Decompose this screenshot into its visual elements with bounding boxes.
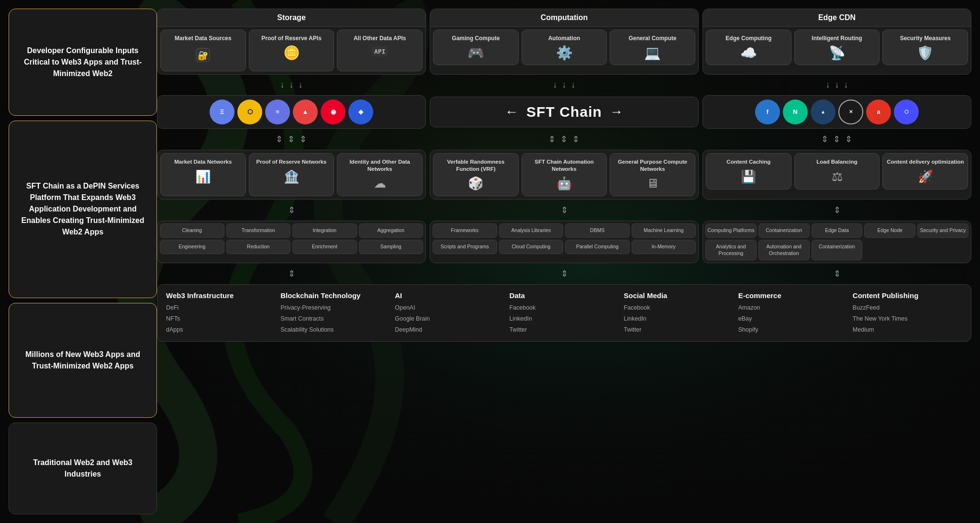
- tool-computing-platforms: Computing Platforms: [705, 223, 757, 238]
- millions-apps-text: Millions of New Web3 Apps and Trust-Mini…: [19, 349, 147, 372]
- automation-card: Automation ⚙️: [522, 30, 607, 65]
- data-item-twitter: Twitter: [509, 325, 619, 334]
- left-card-dev-inputs: Developer Configurable Inputs Critical t…: [9, 9, 157, 116]
- automation-icon: ⚙️: [556, 46, 573, 60]
- edge-cdn-title: Edge CDN: [818, 13, 856, 22]
- data-title: Data: [509, 291, 619, 300]
- storage-tools: Cleaning Transformation Integration Aggr…: [157, 221, 426, 263]
- tool-scripts: Scripts and Programs: [433, 240, 497, 254]
- general-purpose-compute-card: General Purpose Compute Networks 🖥: [610, 153, 695, 197]
- market-data-sources-card: Market Data Sources 🔐: [160, 30, 246, 71]
- blockchain-tech-col: Blockchain Technology Privacy-Preserving…: [280, 291, 390, 334]
- ecommerce-title: E-commerce: [738, 291, 848, 300]
- identity-networks-icon: ☁: [374, 176, 386, 191]
- top-sections-row: Storage Market Data Sources 🔐 Proof: [157, 9, 971, 75]
- market-data-title: Market Data Sources: [175, 35, 232, 43]
- near-logo: N: [783, 100, 808, 124]
- tool-analytics-processing: Analytics and Processing: [705, 240, 757, 260]
- cdn-tools-grid: Computing Platforms Containerization Edg…: [703, 221, 971, 263]
- data-item-linkedin: LinkedIn: [509, 314, 619, 323]
- social-media-title: Social Media: [624, 291, 734, 300]
- content-caching-card: Content Caching 💾: [706, 153, 791, 189]
- traditional-text: Traditional Web2 and Web3 Industries: [19, 457, 147, 480]
- market-data-networks-title: Market Data Networks: [174, 158, 232, 166]
- comp-arrow-updown-3: ⇕: [430, 267, 699, 280]
- tool-frameworks: Frameworks: [433, 223, 497, 238]
- link-logo: ◈: [348, 100, 373, 124]
- tool-analysis-libraries: Analysis Libraries: [499, 223, 564, 238]
- general-compute-card: General Compute 💻: [610, 30, 695, 65]
- identity-networks-title: Identity and Other Data Networks: [340, 158, 419, 173]
- tool-parallel-computing: Parallel Computing: [565, 240, 630, 254]
- content-caching-title: Content Caching: [726, 158, 770, 166]
- computation-tools-grid: Frameworks Analysis Libraries DBMS Machi…: [430, 221, 698, 256]
- ai-col: AI OpenAI Google Brain DeepMind: [395, 291, 504, 334]
- cdn-arrow-updown-2: ⇕: [702, 203, 971, 217]
- cdn-tools: Computing Platforms Containerization Edg…: [702, 221, 971, 263]
- proof-reserve-networks-title: Proof of Reserve Networks: [256, 158, 327, 166]
- security-measures-icon: 🛡️: [917, 46, 934, 60]
- intelligent-routing-icon: 📡: [829, 46, 846, 60]
- logos-sft-row: Ξ ⬡ ≡ ▲ ◉ ◈ ←: [157, 95, 971, 129]
- cdn-logos-row: f N ▲ ✕ a ⬡: [702, 95, 971, 129]
- other-data-apis-title: All Other Data APIs: [354, 35, 406, 43]
- ai-item-openai: OpenAI: [395, 303, 504, 312]
- left-card-sft: SFT Chain as a DePIN Services Platform T…: [9, 121, 157, 298]
- storage-networks: Market Data Networks 📊 Proof of Reserve …: [157, 150, 426, 200]
- general-purpose-compute-icon: 🖥: [646, 176, 659, 191]
- arweave-logo: ▲: [811, 100, 835, 124]
- cdn-arrow-updown-3: ⇕: [702, 267, 971, 280]
- proof-reserve-apis-title: Proof of Reserve APIs: [261, 35, 322, 43]
- arrow-row-1: ↓ ↓ ↓ ↓ ↓ ↓ ↓ ↓ ↓: [157, 78, 971, 91]
- edge-computing-icon: ☁️: [740, 46, 757, 60]
- ecommerce-col: E-commerce Amazon eBay Shopify: [738, 291, 848, 334]
- storage-header: Storage: [157, 9, 425, 27]
- tool-sampling: Sampling: [359, 240, 423, 254]
- data-col: Data Facebook LinkedIn Twitter: [509, 291, 619, 334]
- sft-chain-label: SFT Chain: [526, 104, 602, 120]
- tool-security-privacy: Security and Privacy: [917, 223, 969, 238]
- storage-section: Storage Market Data Sources 🔐 Proof: [157, 9, 426, 75]
- computation-title: Computation: [541, 13, 588, 22]
- general-compute-title: General Compute: [629, 35, 677, 43]
- sft-chain-center: ← SFT Chain →: [430, 97, 699, 127]
- tools-grids-row: Cleaning Transformation Integration Aggr…: [157, 221, 971, 263]
- security-measures-card: Security Measures 🛡️: [882, 30, 968, 65]
- web3-infrastructure-title: Web3 Infrastructure: [166, 291, 276, 300]
- load-balancing-icon: ⚖: [832, 169, 843, 184]
- eth-logo: Ξ: [210, 100, 234, 124]
- content-delivery-icon: 🚀: [918, 169, 933, 184]
- social-item-twitter: Twitter: [624, 325, 734, 334]
- blockchain-item-scalability: Scalability Solutions: [280, 325, 390, 334]
- cdn-networks: Content Caching 💾 Load Balancing ⚖ Conte…: [702, 150, 971, 200]
- tool-edge-data: Edge Data: [812, 223, 863, 238]
- computation-network-cards: Verfable Randomness Function (VRF) 🎲 SFT…: [430, 150, 698, 200]
- right-content: Storage Market Data Sources 🔐 Proof: [157, 9, 971, 514]
- content-publishing-col: Content Publishing BuzzFeed The New York…: [853, 291, 962, 334]
- left-card-millions: Millions of New Web3 Apps and Trust-Mini…: [9, 303, 157, 418]
- content-publishing-title: Content Publishing: [853, 291, 962, 300]
- data-item-facebook: Facebook: [509, 303, 619, 312]
- social-item-linkedin: LinkedIn: [624, 314, 734, 323]
- ai-title: AI: [395, 291, 504, 300]
- tool-integration: Integration: [292, 223, 357, 238]
- bnb-logo: ⬡: [237, 100, 262, 124]
- other-data-apis-card: All Other Data APIs API: [337, 30, 423, 71]
- blockchain-tech-title: Blockchain Technology: [280, 291, 390, 300]
- helium-logo: ⬡: [894, 100, 919, 124]
- tool-enrichment: Enrichment: [292, 240, 357, 254]
- computation-top-cards: Gaming Compute 🎮 Automation ⚙️ General C…: [430, 27, 698, 68]
- arrow-row-3: ⇕ ⇕ ⇕: [157, 203, 971, 217]
- social-media-col: Social Media Facebook LinkedIn Twitter: [624, 291, 734, 334]
- ai-item-deepmind: DeepMind: [395, 325, 504, 334]
- svg-text:🔐: 🔐: [198, 50, 209, 61]
- tool-machine-learning: Machine Learning: [632, 223, 696, 238]
- identity-networks-card: Identity and Other Data Networks ☁: [337, 153, 423, 197]
- blockchain-item-privacy: Privacy-Preserving: [280, 303, 390, 312]
- cdn-arrow-updown-1: ⇕ ⇕ ⇕: [702, 133, 971, 146]
- market-data-networks-icon: 📊: [195, 169, 211, 184]
- proof-reserve-networks-icon: 🏦: [284, 169, 299, 184]
- content-delivery-title: Content delivery optimization: [887, 158, 964, 166]
- ai-item-googlebrain: Google Brain: [395, 314, 504, 323]
- comp-arrow-updown-2: ⇕: [430, 203, 699, 217]
